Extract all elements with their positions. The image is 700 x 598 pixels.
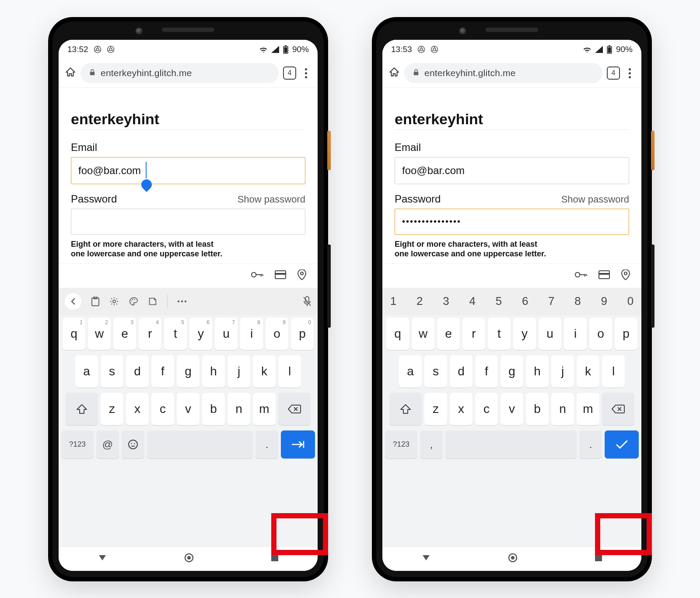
key-a[interactable]: a [75,355,98,388]
palette-icon[interactable] [129,297,138,306]
key-z[interactable]: z [424,393,447,425]
show-password-toggle[interactable]: Show password [561,194,629,205]
key-y[interactable]: y [513,318,536,350]
key-e[interactable]: e [437,318,460,350]
key-p[interactable]: p0 [291,318,314,350]
key-h[interactable]: h [202,355,225,388]
key-h[interactable]: h [526,355,549,388]
key-x[interactable]: x [126,393,149,425]
password-key-icon[interactable] [575,271,587,280]
symbols-key[interactable]: ?123 [61,430,94,458]
punc-left-key[interactable]: , [420,430,443,458]
mic-off-icon[interactable] [303,296,312,307]
key-j[interactable]: j [228,355,250,388]
password-key-icon[interactable] [251,271,263,280]
payment-card-icon[interactable] [598,270,610,281]
key-z[interactable]: z [101,393,123,425]
punc-right-key[interactable]: . [256,430,278,458]
key-q[interactable]: q1 [63,318,85,350]
menu-icon[interactable] [624,66,635,80]
key-p[interactable]: p [615,318,637,350]
address-pin-icon[interactable] [298,269,306,282]
key-s[interactable]: s [424,355,447,388]
key-r[interactable]: r [462,318,485,350]
key-m[interactable]: m [577,393,599,425]
password-field[interactable] [71,209,305,235]
key-w[interactable]: w [412,318,434,350]
omnibox[interactable]: enterkeyhint.glitch.me [80,63,279,83]
backspace-key[interactable] [602,393,634,425]
key-s[interactable]: s [101,355,123,388]
backspace-key[interactable] [278,393,311,425]
chevron-left-icon[interactable] [65,293,81,310]
enter-key[interactable] [605,430,639,458]
key-n[interactable]: n [228,393,250,425]
key-j[interactable]: j [551,355,574,388]
sticker-icon[interactable] [148,297,158,306]
key-2[interactable]: 2 [411,294,428,308]
payment-card-icon[interactable] [275,270,286,281]
key-9[interactable]: 9 [596,294,612,308]
key-t[interactable]: t [488,318,511,350]
key-g[interactable]: g [177,355,200,388]
emoji-key[interactable] [122,430,144,458]
key-d[interactable]: d [450,355,472,388]
password-field[interactable]: ••••••••••••••• [395,209,629,235]
key-y[interactable]: y6 [189,318,212,350]
key-x[interactable]: x [450,393,472,425]
key-b[interactable]: b [202,393,225,425]
key-v[interactable]: v [500,393,523,425]
key-g[interactable]: g [500,355,523,388]
key-8[interactable]: 8 [569,294,586,308]
key-f[interactable]: f [475,355,498,388]
key-o[interactable]: o9 [266,318,288,350]
nav-back-icon[interactable] [97,553,108,565]
punc-right-key[interactable]: . [579,430,602,458]
home-icon[interactable] [388,66,400,80]
key-1[interactable]: 1 [385,294,402,308]
tab-switcher[interactable]: 4 [607,66,620,80]
key-4[interactable]: 4 [464,294,481,308]
space-key[interactable] [445,430,577,458]
key-l[interactable]: l [278,355,301,388]
key-f[interactable]: f [151,355,174,388]
key-7[interactable]: 7 [543,294,560,308]
nav-back-icon[interactable] [421,553,431,565]
nav-recent-icon[interactable] [270,553,279,564]
key-k[interactable]: k [253,355,276,388]
key-d[interactable]: d [126,355,149,388]
email-field[interactable]: foo@bar.com [395,157,629,184]
email-field[interactable]: foo@bar.com [71,157,305,184]
key-k[interactable]: k [577,355,599,388]
key-c[interactable]: c [475,393,498,425]
omnibox[interactable]: enterkeyhint.glitch.me [404,63,602,83]
key-l[interactable]: l [602,355,625,388]
key-3[interactable]: 3 [438,294,454,308]
space-key[interactable] [147,430,253,458]
key-m[interactable]: m [253,393,276,425]
symbols-key[interactable]: ?123 [385,430,417,458]
key-n[interactable]: n [551,393,574,425]
nav-home-icon[interactable] [508,553,518,564]
shift-key[interactable] [66,393,98,425]
key-e[interactable]: e3 [113,318,136,350]
key-o[interactable]: o [589,318,612,350]
key-i[interactable]: i [564,318,587,350]
key-b[interactable]: b [526,393,549,425]
key-6[interactable]: 6 [517,294,533,308]
nav-home-icon[interactable] [184,553,194,564]
tab-switcher[interactable]: 4 [283,66,296,80]
more-icon[interactable] [177,300,187,303]
enter-key[interactable] [281,430,315,458]
gear-icon[interactable] [109,297,119,306]
key-q[interactable]: q [386,318,409,350]
key-5[interactable]: 5 [490,294,507,308]
show-password-toggle[interactable]: Show password [238,194,305,205]
key-u[interactable]: u7 [215,318,238,350]
nav-recent-icon[interactable] [594,553,603,564]
key-a[interactable]: a [399,355,422,388]
key-0[interactable]: 0 [622,294,639,308]
clipboard-icon[interactable] [91,297,100,306]
key-c[interactable]: c [151,393,174,425]
key-u[interactable]: u [539,318,561,350]
